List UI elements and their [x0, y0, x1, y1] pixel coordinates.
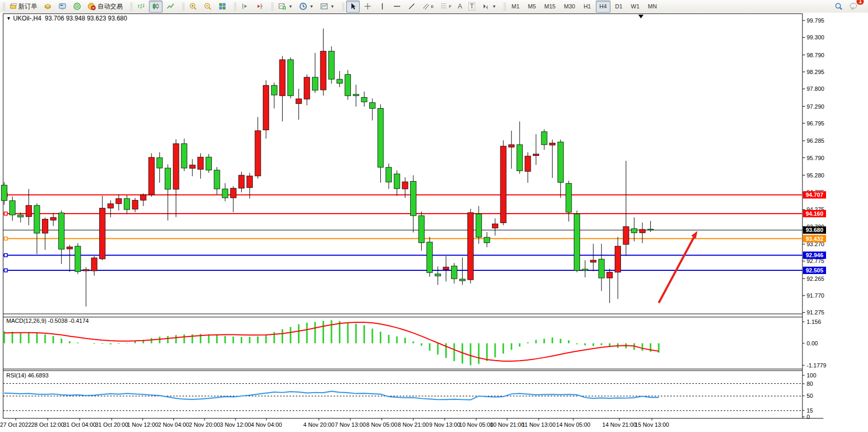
- line-anchor-handle[interactable]: [4, 254, 7, 257]
- candle-body: [639, 229, 645, 233]
- symbol-period: UKOil-,H4: [13, 15, 41, 22]
- candle-body: [124, 198, 130, 209]
- price-tick-label: 97.290: [807, 103, 824, 110]
- toolbar-drag-handle[interactable]: [271, 2, 274, 10]
- main-toolbar: 新订单 自动交易: [0, 0, 868, 13]
- vline-button[interactable]: [376, 1, 389, 13]
- tf-m30-button[interactable]: M30: [560, 1, 578, 13]
- candle-body: [607, 272, 613, 278]
- candle-body: [484, 237, 490, 243]
- channel-button[interactable]: E: [420, 1, 436, 13]
- objects-group: E F A T ▼: [339, 0, 501, 13]
- candle-body: [419, 216, 424, 243]
- date-tick-label: 15 Nov 13:00: [635, 422, 669, 428]
- date-tick-label: 14 Nov 05:00: [556, 422, 590, 428]
- chart-shift-button[interactable]: [253, 1, 266, 13]
- candle-body: [296, 99, 302, 103]
- candle-body: [247, 176, 253, 187]
- add-indicator-button[interactable]: ▼: [275, 1, 295, 13]
- date-tick-label: 4 Nov 04:00: [251, 422, 282, 428]
- zoom-out-button[interactable]: [201, 1, 215, 13]
- new-order-button[interactable]: 新订单: [7, 1, 40, 13]
- tf-m5-button[interactable]: M5: [524, 1, 540, 13]
- hline-button[interactable]: [390, 1, 404, 13]
- line-anchor-handle[interactable]: [4, 237, 7, 240]
- candle-body: [141, 195, 146, 200]
- cursor-button[interactable]: [346, 1, 360, 13]
- signal-icon: [73, 2, 81, 10]
- tf-h1-button[interactable]: H1: [580, 1, 595, 13]
- autoscroll-button[interactable]: [238, 1, 252, 13]
- rsi-scale-label: 50: [807, 393, 813, 399]
- crosshair-icon: [363, 2, 372, 10]
- collapse-triangle-icon[interactable]: ▼: [6, 16, 11, 21]
- autoscroll-icon: [241, 2, 249, 10]
- line-chart-button[interactable]: [164, 1, 177, 13]
- macd-scale-label: -1.1779: [807, 362, 826, 368]
- tf-mn-button[interactable]: MN: [644, 1, 660, 13]
- text-button[interactable]: A: [455, 1, 465, 13]
- toolbar-drag-handle[interactable]: [503, 2, 506, 10]
- chart-canvas[interactable]: 99.79599.30098.79098.29597.80097.29096.7…: [0, 13, 868, 432]
- price-tick-label: 92.265: [807, 276, 824, 282]
- candle-body: [26, 205, 31, 217]
- price-tick-label: 95.790: [807, 155, 824, 161]
- candle-body: [157, 158, 163, 168]
- tf-m1-button[interactable]: M1: [508, 1, 523, 13]
- candle-body: [304, 77, 310, 99]
- toolbar-drag-handle[interactable]: [182, 2, 185, 10]
- book-button[interactable]: [41, 1, 55, 13]
- crosshair-button[interactable]: [361, 1, 374, 13]
- candle-body: [181, 144, 187, 168]
- tf-d1-button[interactable]: D1: [612, 1, 626, 13]
- bar-chart-button[interactable]: [134, 1, 148, 13]
- candle-body: [500, 146, 506, 223]
- template-icon: [320, 2, 328, 10]
- rsi-indicator-label: RSI(14) 46.6893: [6, 372, 49, 378]
- line-anchor-handle[interactable]: [4, 212, 7, 215]
- terminal-button[interactable]: [56, 1, 69, 13]
- candle-body: [468, 213, 474, 280]
- period-button[interactable]: ▼: [296, 1, 316, 13]
- price-tick-label: 96.795: [807, 120, 824, 127]
- toolbar-drag-handle[interactable]: [234, 2, 237, 10]
- shift-end-icon: [255, 2, 264, 10]
- macd-scale-label: 0.00: [807, 340, 818, 346]
- template-button[interactable]: ▼: [317, 1, 337, 13]
- add-indicator-icon: [278, 2, 286, 10]
- rsi-scale-label: 100: [807, 372, 816, 378]
- signal-button[interactable]: [70, 1, 84, 13]
- candle-body: [509, 145, 515, 147]
- auto-trading-button[interactable]: 自动交易: [85, 1, 125, 13]
- search-button[interactable]: [832, 1, 845, 13]
- tf-m15-button[interactable]: M15: [541, 1, 559, 13]
- candle-body: [116, 198, 122, 204]
- macd-indicator-label: MACD(12,26,9) -0.5038 -0.4174: [6, 318, 89, 324]
- tf-h4-button[interactable]: H4: [596, 1, 610, 13]
- candle-body: [402, 182, 408, 189]
- candle-body: [411, 182, 416, 216]
- toolbar-drag-handle[interactable]: [342, 2, 345, 10]
- label-button[interactable]: T: [466, 1, 478, 13]
- price-line-chip-label: 92.505: [806, 267, 823, 273]
- chevron-down-icon: ▼: [492, 4, 496, 9]
- toolbar-drag-handle[interactable]: [130, 2, 133, 10]
- candle-body: [517, 145, 522, 171]
- tf-w1-button[interactable]: W1: [627, 1, 644, 13]
- date-tick-label: 8 Nov 21:00: [398, 422, 428, 428]
- candle-body: [541, 132, 547, 145]
- shapes-button[interactable]: ▼: [479, 1, 499, 13]
- chat-button[interactable]: 1: [846, 1, 861, 13]
- tile-windows-button[interactable]: [216, 1, 229, 13]
- zoom-in-button[interactable]: [186, 1, 200, 13]
- toolbar-drag-handle[interactable]: [3, 2, 5, 10]
- line-anchor-handle[interactable]: [4, 269, 7, 272]
- candlestick-button[interactable]: [149, 1, 163, 13]
- trendline-button[interactable]: [405, 1, 419, 13]
- fibonacci-button[interactable]: F: [437, 1, 454, 13]
- chart-type-group: [127, 0, 179, 13]
- date-tick-label: 10 Nov 05:00: [459, 422, 493, 428]
- date-tick-label: 11 Nov 13:00: [522, 422, 556, 428]
- chart-title: ▼UKOil-,H4 93.706 93.948 93.623 93.680: [6, 15, 127, 22]
- date-tick-label: 1 Nov 12:00: [127, 422, 158, 428]
